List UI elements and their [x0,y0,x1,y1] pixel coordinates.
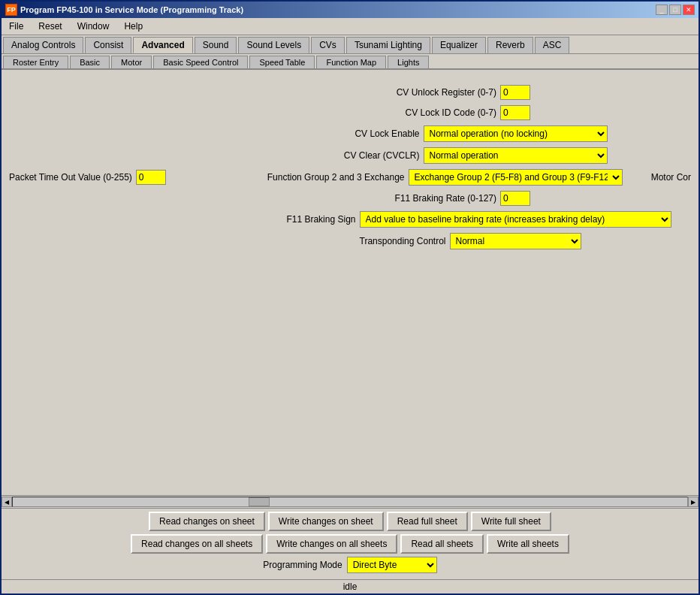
tab-cvs[interactable]: CVs [311,37,345,53]
cv-clear-label: CV Clear (CVCLR) [93,150,424,161]
tab-advanced[interactable]: Advanced [133,37,192,53]
cv-unlock-input[interactable] [500,85,530,100]
cv-unlock-label: CV Unlock Register (0-7) [170,87,500,98]
packet-timeout-input[interactable] [136,170,166,185]
close-button[interactable]: ✕ [683,5,695,15]
scroll-right-button[interactable]: ▶ [688,497,698,507]
write-full-sheet-button[interactable]: Write full sheet [471,512,551,531]
packet-function-row: Packet Time Out Value (0-255) Function G… [9,169,691,186]
function-group-select[interactable]: Exchange Group 2 (F5-F8) and Group 3 (F9… [409,169,623,186]
packet-timeout-label: Packet Time Out Value (0-255) [9,172,136,183]
cv-lock-enable-control: Normal operation (no locking) Lock enabl… [424,125,608,142]
programming-mode-row: Programming Mode Direct Byte Paged Mode … [5,557,695,573]
main-scroll-area: CV Unlock Register (0-7) CV Lock ID Code… [2,70,698,495]
content-area: CV Unlock Register (0-7) CV Lock ID Code… [2,70,698,593]
bottom-section: Read changes on sheet Write changes on s… [2,509,698,579]
horizontal-scrollbar[interactable]: ◀ ▶ [2,495,698,509]
cv-clear-select[interactable]: Normal operation Clear all CVs [424,147,608,164]
cv-lock-id-control [500,105,530,120]
cv-unlock-control [500,85,530,100]
tab-asc[interactable]: ASC [535,37,570,53]
menu-file[interactable]: File [5,20,28,33]
f11-braking-sign-row: F11 Braking Sign Add value to baseline b… [9,211,691,228]
sub-tab-roster-entry[interactable]: Roster Entry [3,56,68,68]
tab-reverb[interactable]: Reverb [487,37,533,53]
f11-braking-sign-control: Add value to baseline braking rate (incr… [360,211,671,228]
cv-lock-id-input[interactable] [500,105,530,120]
app-icon: FP [5,4,17,16]
f11-braking-rate-row: F11 Braking Rate (0-127) [9,191,691,206]
status-bar: idle [2,579,698,593]
title-bar: FP Program FP45-100 in Service Mode (Pro… [2,2,698,18]
cv-lock-enable-select[interactable]: Normal operation (no locking) Lock enabl… [424,125,608,142]
f11-braking-sign-select[interactable]: Add value to baseline braking rate (incr… [360,211,671,228]
menu-reset[interactable]: Reset [34,20,66,33]
menu-bar: File Reset Window Help [2,18,698,35]
read-all-sheets-button[interactable]: Read all sheets [400,534,484,554]
transponding-select[interactable]: Normal Extended [450,233,581,249]
write-all-sheets-button[interactable]: Write all sheets [487,534,569,554]
programming-mode-label: Programming Mode [263,560,342,570]
fields-wrapper: CV Unlock Register (0-7) CV Lock ID Code… [2,70,698,270]
sub-tab-basic-speed-control[interactable]: Basic Speed Control [153,56,248,68]
menu-window[interactable]: Window [73,20,114,33]
cv-clear-row: CV Clear (CVCLR) Normal operation Clear … [9,147,691,164]
status-text: idle [343,581,358,592]
tab-consist[interactable]: Consist [85,37,131,53]
read-changes-sheet-button[interactable]: Read changes on sheet [149,512,265,531]
f11-braking-rate-input[interactable] [500,191,530,206]
sub-tab-speed-table[interactable]: Speed Table [249,56,315,68]
title-bar-left: FP Program FP45-100 in Service Mode (Pro… [5,4,243,16]
write-changes-all-button[interactable]: Write changes on all sheets [266,534,397,554]
tab-equalizer[interactable]: Equalizer [432,37,486,53]
scroll-thumb[interactable] [249,497,270,506]
title-bar-buttons: _ □ ✕ [656,5,695,15]
function-group-control: Exchange Group 2 (F5-F8) and Group 3 (F9… [409,169,623,186]
packet-timeout-group: Packet Time Out Value (0-255) [9,170,166,185]
scroll-track[interactable] [12,497,688,507]
read-full-sheet-button[interactable]: Read full sheet [387,512,468,531]
cv-unlock-row: CV Unlock Register (0-7) [9,85,691,100]
main-window: FP Program FP45-100 in Service Mode (Pro… [0,0,700,595]
f11-braking-sign-label: F11 Braking Sign [29,214,360,225]
transponding-label: Transponding Control [119,236,450,246]
programming-mode-select[interactable]: Direct Byte Paged Mode Register Mode Add… [347,557,437,573]
sub-tab-motor[interactable]: Motor [111,56,152,68]
menu-help[interactable]: Help [119,20,147,33]
cv-lock-enable-label: CV Lock Enable [93,128,424,139]
window-title: Program FP45-100 in Service Mode (Progra… [20,5,243,14]
tab-analog-controls[interactable]: Analog Controls [3,37,83,53]
cv-lock-id-label: CV Lock ID Code (0-7) [170,107,500,118]
f11-braking-rate-label: F11 Braking Rate (0-127) [170,193,500,204]
motor-cor-label: Motor Cor [651,172,691,183]
cv-lock-enable-row: CV Lock Enable Normal operation (no lock… [9,125,691,142]
transponding-control: Normal Extended [450,233,581,249]
button-row-2: Read changes on all sheets Write changes… [5,534,695,554]
cv-lock-id-row: CV Lock ID Code (0-7) [9,105,691,120]
minimize-button[interactable]: _ [656,5,668,15]
main-tab-bar: Analog Controls Consist Advanced Sound S… [2,35,698,54]
sub-tab-bar: Roster Entry Basic Motor Basic Speed Con… [2,54,698,70]
sub-tab-basic[interactable]: Basic [70,56,110,68]
maximize-button[interactable]: □ [669,5,681,15]
scroll-left-button[interactable]: ◀ [2,497,12,507]
write-changes-sheet-button[interactable]: Write changes on sheet [268,512,384,531]
read-changes-all-button[interactable]: Read changes on all sheets [131,534,263,554]
sub-tab-function-map[interactable]: Function Map [316,56,386,68]
tab-sound[interactable]: Sound [195,37,237,53]
tab-sound-levels[interactable]: Sound Levels [238,37,309,53]
transponding-row: Transponding Control Normal Extended [9,233,691,249]
tab-tsunami-lighting[interactable]: Tsunami Lighting [346,37,430,53]
button-row-1: Read changes on sheet Write changes on s… [5,512,695,531]
sub-tab-lights[interactable]: Lights [388,56,429,68]
f11-braking-rate-control [500,191,530,206]
cv-clear-control: Normal operation Clear all CVs [424,147,608,164]
